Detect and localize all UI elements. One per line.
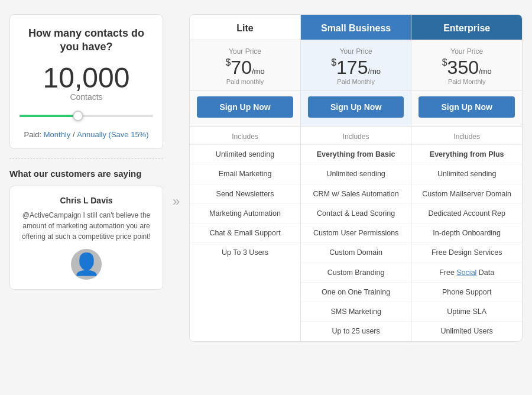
feature-list-small-business: Everything from BasicUnlimited sendingCR… (301, 145, 411, 341)
contact-count: 10,000 (20, 64, 153, 92)
price-section-small-business: Your Price $175/mo Paid Monthly (301, 40, 411, 90)
billing-toggle: Paid: Monthly / Annually (Save 15%) (20, 130, 153, 139)
slider-thumb[interactable] (73, 111, 83, 121)
price-section-lite: Your Price $70/mo Paid monthly (190, 40, 300, 90)
arrows-divider: » (173, 14, 180, 342)
social-link[interactable]: Social (456, 268, 476, 277)
plan-header-lite: Lite (190, 15, 300, 40)
plan-name-small-business: Small Business (306, 23, 407, 34)
feature-item: Everything from Plus (411, 145, 522, 164)
signup-btn-wrapper-enterprise: Sign Up Now (411, 90, 522, 127)
page-wrapper: How many contacts do you have? 10,000 Co… (0, 0, 532, 356)
contacts-slider[interactable] (20, 110, 153, 122)
signup-btn-wrapper-lite: Sign Up Now (190, 90, 300, 127)
testimonial-avatar: 👤 (71, 249, 102, 280)
feature-item: In-depth Onboarding (411, 224, 522, 243)
section-divider (9, 158, 163, 159)
feature-item: Unlimited sending (190, 145, 300, 164)
plan-col-enterprise: Enterprise Your Price $350/mo Paid Month… (411, 15, 522, 341)
feature-item: Uptime SLA (411, 302, 522, 322)
avatar-icon: 👤 (73, 252, 100, 277)
paid-label-lite: Paid monthly (194, 78, 296, 85)
price-section-enterprise: Your Price $350/mo Paid Monthly (411, 40, 522, 90)
billing-label: Paid: (24, 130, 41, 139)
feature-item: One on One Training (301, 283, 411, 302)
feature-item: Contact & Lead Scoring (301, 204, 411, 224)
feature-list-enterprise: Everything from PlusUnlimited sendingCus… (411, 145, 522, 341)
feature-list-lite: Unlimited sendingEmail MarketingSend New… (190, 145, 300, 263)
feature-item: Custom Branding (301, 263, 411, 283)
plan-name-enterprise: Enterprise (416, 23, 517, 34)
feature-item: Custom Mailserver Domain (411, 184, 522, 204)
plan-header-small-business: Small Business (301, 15, 411, 40)
contacts-card: How many contacts do you have? 10,000 Co… (9, 14, 163, 149)
feature-item: Free Social Data (411, 263, 522, 283)
includes-label-lite: Includes (190, 127, 300, 145)
pricing-columns: Lite Your Price $70/mo Paid monthly Sign… (189, 14, 523, 342)
billing-annually[interactable]: Annually (Save 15%) (77, 130, 148, 139)
feature-item: Custom Domain (301, 243, 411, 263)
testimonial-text: @ActiveCampaign I still can't believe th… (20, 210, 153, 242)
plan-col-lite: Lite Your Price $70/mo Paid monthly Sign… (190, 15, 301, 341)
feature-item: Phone Support (411, 283, 522, 302)
slider-track (20, 115, 153, 117)
testimonial-card: Chris L Davis @ActiveCampaign I still ca… (9, 186, 163, 290)
signup-button-enterprise[interactable]: Sign Up Now (419, 96, 515, 118)
feature-item: Free Design Services (411, 243, 522, 263)
testimonial-heading: What our customers are saying (9, 169, 163, 179)
contacts-label: Contacts (20, 92, 153, 102)
feature-item: Unlimited sending (411, 164, 522, 184)
signup-button-lite[interactable]: Sign Up Now (197, 96, 293, 118)
feature-item: Everything from Basic (301, 145, 411, 164)
plan-name-lite: Lite (194, 23, 296, 34)
feature-item: Dedicated Account Rep (411, 204, 522, 224)
feature-item: Custom User Permissions (301, 224, 411, 243)
includes-label-small-business: Includes (301, 127, 411, 145)
signup-button-small-business[interactable]: Sign Up Now (308, 96, 404, 118)
feature-item: Marketing Automation (190, 204, 300, 224)
testimonial-name: Chris L Davis (20, 196, 153, 205)
feature-item: Email Marketing (190, 164, 300, 184)
includes-label-enterprise: Includes (411, 127, 522, 145)
your-price-label-enterprise: Your Price (416, 47, 517, 56)
feature-item: SMS Marketing (301, 302, 411, 322)
billing-monthly[interactable]: Monthly (44, 130, 71, 139)
paid-label-enterprise: Paid Monthly (416, 78, 517, 85)
feature-item: Unlimited sending (301, 164, 411, 184)
paid-label-small-business: Paid Monthly (306, 78, 407, 85)
feature-item: CRM w/ Sales Automation (301, 184, 411, 204)
feature-item: Send Newsletters (190, 184, 300, 204)
your-price-label-small-business: Your Price (306, 47, 407, 56)
slider-fill (20, 115, 80, 117)
left-panel: How many contacts do you have? 10,000 Co… (9, 14, 163, 342)
includes-section-enterprise: Includes Everything from PlusUnlimited s… (411, 127, 522, 341)
contacts-question: How many contacts do you have? (20, 27, 153, 54)
plan-col-small-business: Small Business Your Price $175/mo Paid M… (301, 15, 412, 341)
chevron-right-icon: » (173, 194, 180, 209)
feature-item: Up to 25 users (301, 322, 411, 341)
your-price-label-lite: Your Price (194, 47, 296, 56)
feature-item: Unlimited Users (411, 322, 522, 341)
feature-item: Up To 3 Users (190, 243, 300, 262)
plan-header-enterprise: Enterprise (411, 15, 522, 40)
feature-item: Chat & Email Support (190, 224, 300, 243)
price-amount-small-business: $175/mo (306, 58, 407, 77)
includes-section-small-business: Includes Everything from BasicUnlimited … (301, 127, 411, 341)
includes-section-lite: Includes Unlimited sendingEmail Marketin… (190, 127, 300, 341)
price-amount-lite: $70/mo (194, 58, 296, 77)
price-amount-enterprise: $350/mo (416, 58, 517, 77)
signup-btn-wrapper-small-business: Sign Up Now (301, 90, 411, 127)
